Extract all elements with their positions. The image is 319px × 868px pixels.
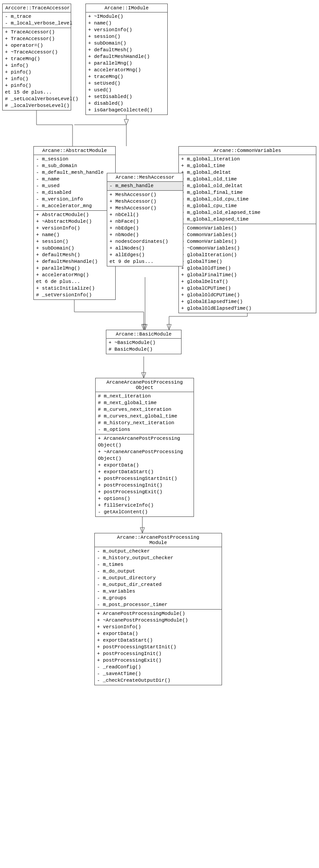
svg-marker-12 [141, 324, 146, 330]
trace-accessor-fields: - m_trace - m_local_verbose_level [3, 12, 71, 28]
field-row: - m_sub_domain [36, 163, 113, 169]
field-row: - m_local_verbose_level [5, 20, 69, 27]
abstract-module-fields: - m_session - m_sub_domain - m_default_m… [34, 155, 115, 211]
method-row: + parallelMng() [88, 60, 165, 67]
method-row: + allNodes() [109, 245, 181, 252]
field-row: + m_global_cpu_time [181, 203, 314, 209]
method-row: + ~IModule() [88, 13, 165, 20]
post-processing-module-title: Arcane::ArcanePostProcessingModule [95, 533, 222, 547]
method-row: + nbNode() [109, 232, 181, 238]
field-row: # m_curves_next_iteration [98, 406, 191, 413]
method-row: - _readConfig() [97, 664, 219, 671]
method-row: + traceMng() [88, 74, 165, 80]
method-row: + exportDataStart() [97, 637, 219, 644]
field-row: - m_default_mesh_handle [36, 169, 113, 176]
method-row: + postProcessingExit() [98, 489, 191, 495]
method-row: + MeshAccessor() [109, 205, 181, 212]
method-row: + info() [5, 76, 69, 82]
field-row: # m_next_iteration [98, 393, 191, 400]
post-processing-object-methods: + ArcaneArcanePostProcessing Object() + … [96, 434, 194, 516]
field-row: + m_global_final_time [181, 189, 314, 196]
method-row: + nodesCoordinates() [109, 238, 181, 245]
method-row: + globalCPUTime() [181, 285, 314, 292]
method-row: + globalDeltaT() [181, 278, 314, 285]
method-row: + operator=() [5, 42, 69, 49]
method-row: + ~BasicModule() [109, 340, 179, 346]
field-row: + m_global_elapsed_time [181, 216, 314, 223]
method-row: + MeshAccessor() [109, 198, 181, 205]
method-row: # BasicModule() [109, 346, 179, 353]
method-row: + nbCell() [109, 212, 181, 218]
method-row: + exportData() [98, 462, 191, 469]
method-row: + globalOldTime() [181, 265, 314, 272]
post-processing-object-title: ArcaneArcanePostProcessingObject [96, 378, 194, 392]
common-variables-fields: + m_global_iteration + m_global_time + m… [179, 155, 316, 224]
method-row: + ~AbstractModule() [36, 218, 113, 225]
method-row: + versionInfo() [97, 624, 219, 631]
field-row: - m_mesh_handle [107, 182, 183, 190]
field-row: + m_global_time [181, 163, 314, 169]
field-row: - m_history_output_checker [97, 555, 219, 561]
method-row: # _setVersionInfo() [36, 292, 113, 299]
method-row: # _setLocalVerboseLevel() [5, 96, 69, 102]
method-row: + exportData() [97, 631, 219, 637]
method-row: + staticInitialize() [36, 285, 113, 292]
basic-module-title: Arcane::BasicModule [106, 330, 181, 339]
field-row: + m_global_old_elapsed_time [181, 209, 314, 216]
method-row: + globalOldElapsedTime() [181, 305, 314, 312]
abstract-module-methods: + AbstractModule() + ~AbstractModule() +… [34, 211, 115, 299]
method-row: + defaultMeshHandle() [36, 258, 113, 265]
svg-marker-18 [167, 324, 171, 330]
method-row: + ArcaneArcanePostProcessing [98, 435, 191, 442]
method-row: # _localVerboseLevel() [5, 102, 69, 109]
method-row: - getAxlContent() [98, 509, 191, 516]
method-row: + globalOldCPUTime() [181, 292, 314, 299]
method-row: Object() [98, 442, 191, 449]
field-row: + m_global_deltat [181, 169, 314, 176]
field-row: - m_version_info [36, 196, 113, 203]
method-row: + acceleratorMng() [88, 67, 165, 74]
field-row: - m_output_checker [97, 548, 219, 555]
method-row: + info() [5, 62, 69, 69]
method-row: + globalFinalTime() [181, 272, 314, 278]
svg-marker-20 [141, 373, 146, 378]
method-row: + CommonVariables() [181, 238, 314, 245]
mesh-accessor-title: Arcane::MeshAccessor [107, 173, 183, 182]
field-row: - m_options [98, 426, 191, 433]
field-row: - m_post_processor_timer [97, 602, 219, 608]
field-row: - m_used [36, 183, 113, 189]
field-row: - m_output_dir_created [97, 581, 219, 588]
method-row: + nbFace() [109, 218, 181, 225]
field-row: # m_curves_next_global_time [98, 413, 191, 420]
method-row: + globalIteration() [181, 252, 314, 258]
method-row: + ArcanePostProcessingModule() [97, 610, 219, 617]
method-row: + used() [88, 87, 165, 94]
svg-marker-6 [124, 119, 129, 125]
method-row: + name() [88, 20, 165, 27]
post-processing-module-box: Arcane::ArcanePostProcessingModule - m_o… [94, 533, 222, 685]
basic-module-methods: + ~BasicModule() # BasicModule() [106, 339, 181, 354]
method-row: et 9 de plus... [109, 258, 181, 265]
method-row: + versionInfo() [36, 225, 113, 232]
imodule-methods: + ~IModule() + name() + versionInfo() + … [86, 12, 167, 115]
method-row: + session() [36, 238, 113, 245]
method-row: + isGarbageCollected() [88, 107, 165, 114]
field-row: - m_accelerator_mng [36, 203, 113, 209]
method-row: + versionInfo() [88, 27, 165, 33]
method-row: + session() [88, 33, 165, 40]
method-row: + options() [98, 495, 191, 502]
field-row: + m_global_iteration [181, 156, 314, 163]
method-row: + postProcessingInit() [97, 651, 219, 657]
trace-accessor-title: Arccore::TraceAccessor [3, 4, 71, 12]
svg-marker-14 [143, 324, 147, 330]
field-row: - m_variables [97, 588, 219, 595]
post-processing-object-fields: # m_next_iteration # m_next_global_time … [96, 392, 194, 434]
field-row: - m_name [36, 176, 113, 183]
method-row: + nbEdge() [109, 225, 181, 232]
field-row: + m_global_old_cpu_time [181, 196, 314, 203]
method-row: + ~ArcanePostProcessingModule() [97, 617, 219, 624]
method-row: + defaultMeshHandle() [88, 53, 165, 60]
field-row: + m_global_old_deltat [181, 183, 314, 189]
method-row: + CommonVariables() [181, 232, 314, 238]
method-row: + AbstractModule() [36, 212, 113, 218]
